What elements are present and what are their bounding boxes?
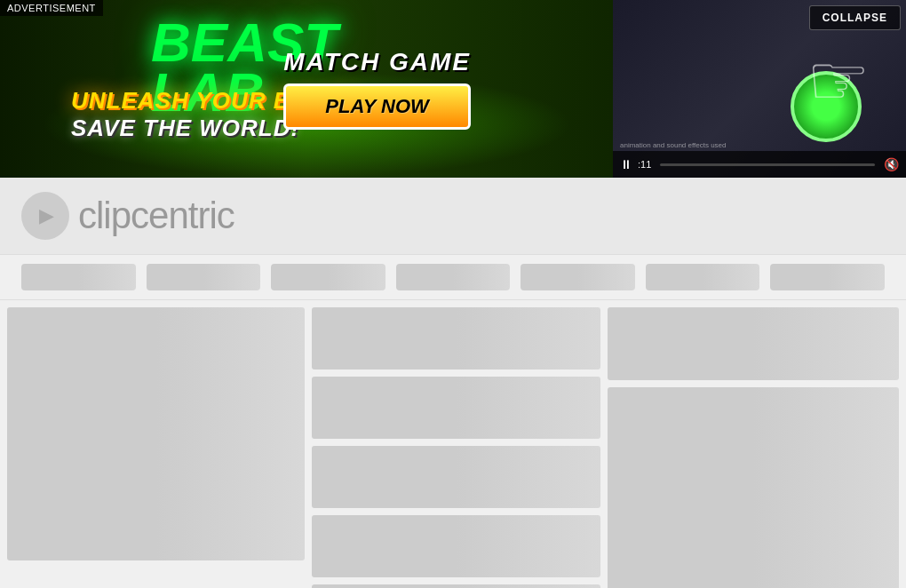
pause-icon[interactable]: ⏸ <box>620 157 632 171</box>
match-game-area: MATCH GAME PLAY NOW <box>283 48 471 130</box>
ad-background: BEAST LAB UNLEASH YOUR BEAST. SAVE THE W… <box>0 0 906 178</box>
logo-icon <box>21 192 69 240</box>
nav-pill-6[interactable] <box>646 264 760 290</box>
video-controls: ⏸ :11 🔇 <box>613 151 906 178</box>
content-col-center <box>312 307 600 588</box>
match-game-text: MATCH GAME <box>283 48 471 76</box>
content-block-center-1 <box>312 307 600 369</box>
content-col-left <box>7 307 305 588</box>
content-block-center-3 <box>312 446 600 508</box>
content-col-right <box>608 307 899 588</box>
content-block-main <box>7 307 305 560</box>
content-block-center-5 <box>312 584 600 588</box>
nav-pill-7[interactable] <box>770 264 885 290</box>
volume-icon[interactable]: 🔇 <box>884 157 899 171</box>
video-progress-bar <box>660 163 875 166</box>
logo-text: clipcentric <box>78 195 234 237</box>
content-block-center-4 <box>312 515 600 577</box>
content-block-right-2 <box>608 387 899 588</box>
play-now-button[interactable]: PLAY NOW <box>283 83 471 130</box>
content-block-right-1 <box>608 307 899 380</box>
nav-pill-3[interactable] <box>271 264 385 290</box>
nav-pill-1[interactable] <box>21 264 136 290</box>
ad-banner: BEAST LAB UNLEASH YOUR BEAST. SAVE THE W… <box>0 0 906 178</box>
nav-pill-4[interactable] <box>396 264 511 290</box>
collapse-button[interactable]: COLLAPSE <box>809 5 901 30</box>
ad-left-panel: BEAST LAB UNLEASH YOUR BEAST. SAVE THE W… <box>0 0 613 178</box>
ad-label: ADVERTISEMENT <box>0 0 103 16</box>
nav-pill-2[interactable] <box>147 264 261 290</box>
content-block-center-2 <box>312 377 600 439</box>
green-button <box>791 71 862 142</box>
content-grid <box>0 300 906 588</box>
main-content: clipcentric <box>0 178 906 588</box>
video-disclaimer: animation and sound effects used <box>620 141 727 149</box>
nav-bar <box>0 254 906 300</box>
site-header: clipcentric <box>0 178 906 254</box>
nav-pill-5[interactable] <box>521 264 635 290</box>
video-timer: :11 <box>638 159 651 170</box>
